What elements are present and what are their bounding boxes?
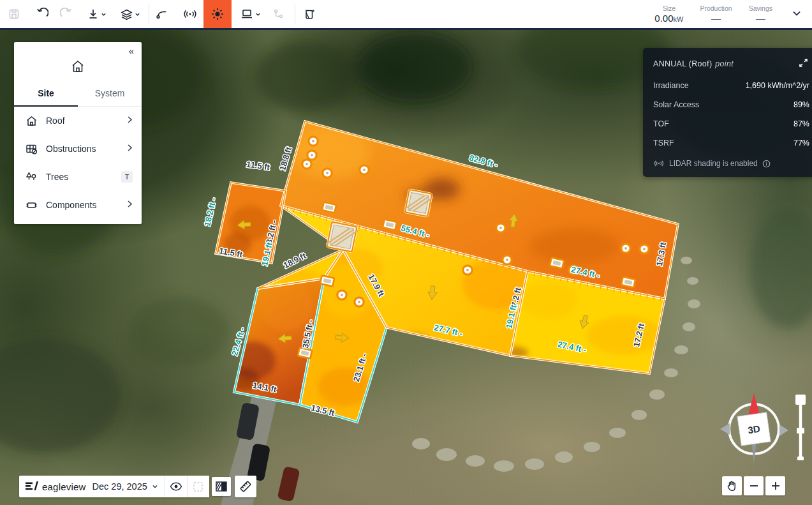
- tab-site[interactable]: Site: [14, 83, 78, 106]
- arc-tool-button[interactable]: [148, 0, 176, 28]
- stat-row-tsrf: TSRF 77%: [653, 139, 809, 147]
- info-icon[interactable]: [762, 160, 771, 168]
- measure-tool-button[interactable]: [235, 476, 256, 497]
- roof-vent-rect: [298, 348, 312, 359]
- active-tab-indicator: [14, 105, 78, 107]
- measurement-label: 18.2 ft -: [202, 197, 218, 227]
- compass-west-arrow[interactable]: [720, 423, 730, 435]
- save-button[interactable]: [0, 0, 28, 28]
- map-nav-controls: [722, 476, 787, 495]
- stat-row-irradiance: Irradiance 1,690 kWh/m^2/yr: [653, 81, 809, 90]
- measurement-label: 11.5 ft: [246, 160, 270, 172]
- download-button[interactable]: [80, 0, 114, 28]
- marquee-select-button[interactable]: [188, 476, 209, 497]
- trees-icon: [26, 170, 38, 183]
- eagleview-logo-icon: [26, 481, 38, 492]
- imagery-date-dropdown[interactable]: Dec 29, 2025: [91, 476, 165, 497]
- roof-vent: [640, 245, 649, 253]
- home-icon: [14, 42, 142, 83]
- zoom-slider-handle[interactable]: [795, 395, 806, 405]
- stat-size-label: Size: [654, 4, 683, 12]
- panel-title: ANNUAL (Roof): [653, 59, 712, 68]
- roof-vent: [307, 151, 316, 160]
- row-label: TSRF: [653, 139, 794, 147]
- chevron-right-icon: [127, 143, 133, 155]
- trees-shortcut-badge: T: [121, 171, 133, 183]
- sidebar-item-components[interactable]: Components: [14, 191, 142, 219]
- sidebar-item-label: Roof: [46, 116, 127, 126]
- compass-3d-label: 3D: [747, 423, 761, 436]
- sidebar-item-trees[interactable]: Trees T: [14, 163, 142, 191]
- obstructions-icon: [26, 142, 38, 155]
- roof-vent: [621, 244, 630, 253]
- imagery-brand: eagleview: [19, 481, 91, 492]
- zoom-in-button[interactable]: [765, 476, 785, 495]
- expand-panel-button[interactable]: [797, 57, 809, 71]
- pan-tool-button[interactable]: [722, 476, 742, 495]
- imagery-brand-name: eagleview: [42, 481, 86, 492]
- view-mode-button[interactable]: [233, 0, 268, 28]
- stats-collapse-button[interactable]: [789, 6, 804, 23]
- compass-east-arrow[interactable]: [779, 425, 788, 436]
- layers-button[interactable]: [114, 0, 147, 28]
- lidar-icon: [653, 159, 665, 168]
- roof-vent: [463, 266, 472, 275]
- zoom-slider[interactable]: [795, 393, 806, 464]
- zoom-slider-mid-mark: [797, 428, 804, 433]
- chevron-down-icon: [792, 8, 802, 19]
- roof-vent: [302, 160, 311, 169]
- plus-icon: [771, 481, 780, 490]
- road: [221, 389, 300, 505]
- components-icon: [26, 199, 38, 211]
- solar-design-app: 82.8 ft -18.8 ft11.5 ft18.2 ft -18.2 ft …: [0, 0, 812, 505]
- heatmap-toggle-button[interactable]: [212, 477, 231, 496]
- irradiance-tool-button[interactable]: [203, 0, 232, 28]
- stat-savings: Savings —: [749, 4, 772, 24]
- visibility-button[interactable]: [165, 476, 187, 497]
- auto-roof-button[interactable]: [295, 0, 323, 28]
- sidebar-item-roof[interactable]: Roof: [14, 107, 142, 135]
- row-label: Irradiance: [653, 81, 746, 90]
- stat-savings-value: —: [749, 13, 772, 24]
- panel-collapse-button[interactable]: «: [125, 45, 137, 57]
- skylight: [404, 190, 434, 217]
- panel-tabs: Site System: [14, 83, 142, 107]
- sidebar-item-label: Obstructions: [46, 144, 127, 154]
- chevron-down-icon: [101, 11, 107, 17]
- roof-vent-rect: [550, 258, 564, 269]
- row-label: TOF: [653, 119, 794, 128]
- roof-vent: [503, 255, 512, 264]
- compass-control[interactable]: 3D: [720, 388, 791, 469]
- skylight: [326, 222, 359, 252]
- row-value: 1,690 kWh/m^2/yr: [746, 81, 809, 90]
- minus-icon: [749, 481, 758, 490]
- redo-button[interactable]: [52, 0, 80, 28]
- tab-system[interactable]: System: [78, 83, 142, 106]
- stat-size: Size 0.00kW: [654, 4, 683, 24]
- hand-icon: [727, 480, 737, 492]
- panel-mode: point: [715, 59, 734, 68]
- expand-icon: [799, 58, 808, 68]
- zoom-out-button[interactable]: [744, 476, 764, 495]
- row-value: 77%: [794, 139, 809, 147]
- roof-icon: [26, 114, 38, 127]
- chevron-down-icon: [152, 483, 158, 490]
- node-tool-button[interactable]: [265, 0, 293, 28]
- lidar-tool-button[interactable]: [176, 0, 204, 28]
- roof-vent: [323, 169, 332, 177]
- marquee-icon: [193, 481, 203, 492]
- stat-row-solar-access: Solar Access 89%: [653, 100, 809, 109]
- chevron-right-icon: [127, 199, 133, 211]
- chevron-down-icon: [135, 11, 140, 17]
- eye-icon: [170, 481, 182, 492]
- sidebar-item-obstructions[interactable]: Obstructions: [14, 135, 142, 163]
- stat-production-label: Production: [700, 4, 732, 12]
- project-stats: Size 0.00kW Production — Savings —: [654, 0, 804, 28]
- imagery-date: Dec 29, 2025: [92, 481, 147, 492]
- zoom-slider-end-mark: [797, 456, 804, 460]
- roof-vent: [360, 165, 369, 174]
- stat-row-tof: TOF 87%: [653, 119, 809, 128]
- roof-vent-rect: [383, 220, 397, 230]
- roof-vent: [496, 223, 505, 232]
- roof-vent: [337, 290, 346, 299]
